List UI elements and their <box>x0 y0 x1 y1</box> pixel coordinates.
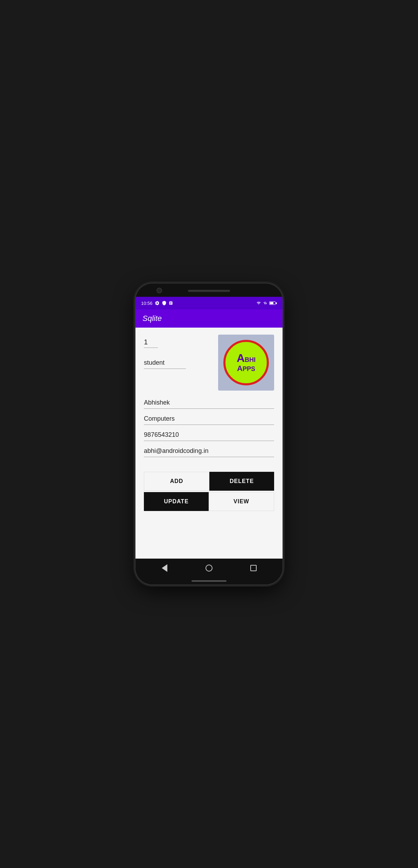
id-underline <box>144 348 158 348</box>
department-value: Computers <box>144 415 274 425</box>
top-section: 1 student ABHI APPS <box>144 335 274 391</box>
phone-underline <box>144 441 274 441</box>
delete-button[interactable]: DELETE <box>209 472 274 491</box>
battery-indicator <box>269 301 277 305</box>
status-right <box>256 301 277 305</box>
app-bar: Sqlite <box>135 309 283 328</box>
phone-field: 9876543210 <box>144 431 274 441</box>
phone-frame: 10:56 <box>135 284 283 584</box>
shield-icon <box>162 301 167 306</box>
role-field: student <box>144 359 186 369</box>
wifi-icon <box>256 301 262 305</box>
id-section: 1 student <box>144 335 186 375</box>
button-row-2: UPDATE VIEW <box>144 492 274 511</box>
department-underline <box>144 425 274 425</box>
buttons-section: ADD DELETE UPDATE VIEW <box>144 472 274 512</box>
department-field: Computers <box>144 415 274 425</box>
clipboard-icon <box>169 301 173 306</box>
main-content: 1 student ABHI APPS Abhishe <box>135 328 283 559</box>
home-bar <box>191 580 227 582</box>
recents-button[interactable] <box>248 562 259 574</box>
recents-icon <box>250 565 257 571</box>
update-button[interactable]: UPDATE <box>144 492 209 511</box>
button-row-1: ADD DELETE <box>144 472 274 491</box>
role-value: student <box>144 359 186 369</box>
add-button[interactable]: ADD <box>144 472 209 491</box>
nav-bar <box>135 559 283 578</box>
status-left: 10:56 <box>141 301 173 306</box>
view-button[interactable]: VIEW <box>209 492 274 511</box>
logo-text: ABHI APPS <box>237 352 256 373</box>
phone-value: 9876543210 <box>144 431 274 441</box>
form-fields: Abhishek Computers 9876543210 abhi@andro… <box>144 399 274 463</box>
time-display: 10:56 <box>141 301 153 306</box>
home-button[interactable] <box>203 562 215 574</box>
role-underline <box>144 369 186 369</box>
home-indicator <box>135 578 283 584</box>
back-icon <box>162 564 167 572</box>
signal-icon <box>263 301 268 305</box>
email-field: abhi@androidcoding.in <box>144 447 274 457</box>
logo-circle: ABHI APPS <box>223 340 269 385</box>
camera <box>156 288 162 293</box>
settings-icon <box>155 301 160 306</box>
home-icon <box>205 565 213 572</box>
name-field: Abhishek <box>144 399 274 409</box>
name-underline <box>144 408 274 409</box>
name-value: Abhishek <box>144 399 274 408</box>
email-underline <box>144 457 274 457</box>
app-title: Sqlite <box>142 314 162 323</box>
id-value: 1 <box>144 338 186 346</box>
email-value: abhi@androidcoding.in <box>144 447 274 457</box>
logo-container: ABHI APPS <box>218 335 274 391</box>
status-bar: 10:56 <box>135 297 283 309</box>
back-button[interactable] <box>159 562 170 574</box>
